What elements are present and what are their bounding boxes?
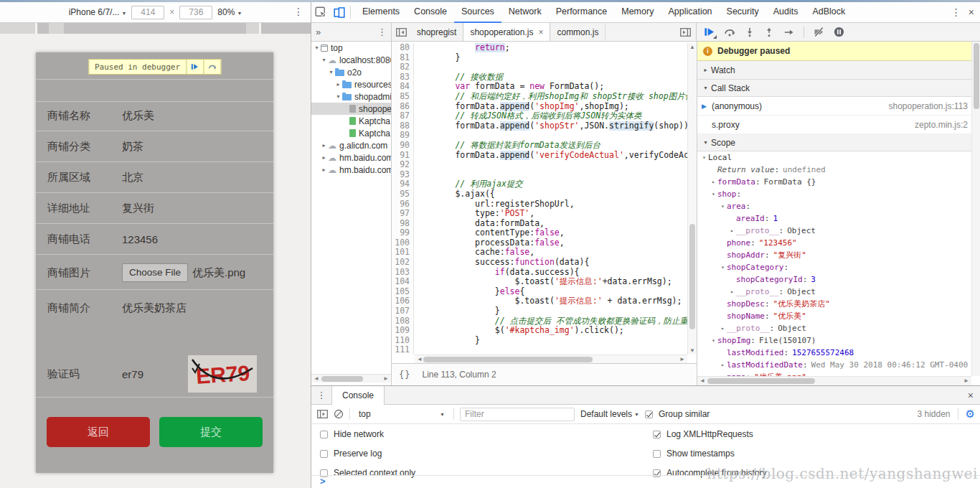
captcha-image[interactable]: ER79 [188,355,257,393]
collapsed-arrow-icon[interactable]: ▸ [719,362,727,368]
sidebar-horizontal-scrollbar[interactable]: ◄ ► [697,376,971,385]
resume-script-button[interactable] [186,60,203,74]
line-number[interactable]: 103 [392,268,414,278]
line-number[interactable]: 86 [392,102,414,112]
line-number[interactable]: 97 [392,209,414,219]
line-number[interactable]: 109 [392,326,414,336]
navigator-horizontal-scrollbar[interactable]: ◄ ► [311,374,391,383]
devtools-close-icon[interactable]: × [969,6,974,18]
console-settings-gear-icon[interactable]: ⚙ [966,408,975,421]
scope-row[interactable]: phone:"123456" [697,237,980,249]
step-icon[interactable] [783,27,794,37]
collapsed-arrow-icon[interactable]: ▸ [728,288,736,295]
code-area[interactable]: 80 return;81 }8283 // 接收数据84 var formDat… [392,43,687,355]
setting-checkbox[interactable] [320,450,328,458]
file-tab-shopregist[interactable]: shopregist [410,23,463,41]
tree-item[interactable]: shopoperation.js [311,103,391,115]
scroll-left-arrow[interactable]: ◄ [314,375,319,382]
scope-row[interactable]: ▸__proto__:Object [697,286,980,298]
tree-item[interactable]: ▾o2o [311,66,391,78]
scroll-left-arrow[interactable]: ◄ [699,377,705,384]
tab-network[interactable]: Network [501,2,549,23]
collapsed-arrow-icon[interactable]: ▸ [320,166,328,173]
line-number[interactable]: 94 [392,179,414,189]
collapsed-arrow-icon[interactable]: ▸ [710,179,717,185]
line-number[interactable]: 93 [392,170,414,180]
console-filter-input[interactable] [460,408,575,421]
scope-row[interactable]: ▸__proto__:Object [697,322,980,334]
scrollbar-thumb[interactable] [321,376,363,382]
clear-console-icon[interactable] [334,409,344,419]
line-number[interactable]: 102 [392,258,414,268]
tab-performance[interactable]: Performance [549,2,615,23]
tree-item[interactable]: Kaptcha.jpg [311,127,391,139]
collapsed-arrow-icon[interactable]: ▸ [320,142,328,149]
scope-row[interactable]: ▾shopCategory: [697,261,980,273]
collapsed-arrow-icon[interactable]: ▸ [320,154,328,161]
line-number[interactable]: 91 [392,151,414,161]
expanded-arrow-icon[interactable]: ▾ [710,337,717,344]
group-similar-checkbox-item[interactable]: Group similar [645,409,710,419]
viewport-height-input[interactable]: 736 [179,6,212,19]
collapsed-arrow-icon[interactable]: ▸ [719,325,727,332]
line-number[interactable]: 98 [392,219,414,229]
tab-elements[interactable]: Elements [355,2,407,23]
line-number[interactable]: 82 [392,62,414,72]
step-out-icon[interactable] [764,27,774,37]
console-setting-item[interactable]: Hide network [320,429,415,439]
scrollbar-thumb[interactable] [423,357,593,362]
expanded-arrow-icon[interactable]: ▾ [334,93,342,100]
device-select[interactable]: iPhone 6/7/...▼ [69,7,127,17]
line-number[interactable]: 111 [392,345,414,355]
console-tab[interactable]: Console [331,386,385,405]
sidebar-vertical-scrollbar[interactable] [971,42,980,376]
line-number[interactable]: 101 [392,248,414,258]
drawer-close-icon[interactable]: × [968,390,974,401]
line-number[interactable]: 92 [392,160,414,170]
collapsed-arrow-icon[interactable]: ▸ [334,81,342,88]
devtools-menu-icon[interactable]: ⋮ [951,6,961,18]
line-number[interactable]: 84 [392,82,414,92]
scope-row[interactable]: shopName:"优乐美" [697,310,980,322]
scrollbar-thumb[interactable] [974,43,979,109]
line-number[interactable]: 95 [392,189,414,200]
scope-row[interactable]: ▸formData:FormData {} [697,176,980,188]
console-sidebar-toggle-icon[interactable] [317,410,328,418]
scope-row[interactable]: lastModified:1527655572468 [697,347,980,359]
scope-section-header[interactable]: ▾ Scope [697,134,980,151]
line-number[interactable]: 85 [392,92,414,102]
line-number[interactable]: 100 [392,238,414,248]
group-similar-checkbox[interactable] [645,410,653,418]
tab-sources[interactable]: Sources [454,2,501,23]
tree-item[interactable]: ▸resources [311,78,391,90]
media-query-bar[interactable] [0,23,311,34]
show-debugger-sidebar-icon[interactable] [676,23,694,41]
line-number[interactable]: 104 [392,277,414,287]
setting-checkbox[interactable] [320,431,328,438]
expanded-arrow-icon[interactable]: ▾ [700,154,708,161]
line-number[interactable]: 89 [392,131,414,141]
line-number[interactable]: 110 [392,336,414,346]
watch-section-header[interactable]: ▸ Watch [697,61,980,80]
resume-script-icon[interactable] [704,27,715,37]
scroll-down-arrow[interactable]: ▼ [689,347,695,354]
scroll-up-arrow[interactable]: ▲ [689,44,695,50]
scroll-left-arrow[interactable]: ◄ [417,356,423,362]
submit-button[interactable]: 提交 [159,417,263,447]
expanded-arrow-icon[interactable]: ▾ [327,69,335,75]
inspect-element-icon[interactable] [311,4,330,21]
tree-item[interactable]: ▸☁g.alicdn.com [311,139,391,151]
expanded-arrow-icon[interactable]: ▾ [313,44,321,51]
scope-row[interactable]: ▾shop: [697,188,980,200]
line-number[interactable]: 107 [392,306,414,316]
scope-row[interactable]: shopDesc:"优乐美奶茶店" [697,298,980,310]
tab-adblock[interactable]: AdBlock [805,2,852,23]
setting-checkbox[interactable] [653,431,661,438]
zoom-select[interactable]: 80%▼ [217,7,242,17]
line-number[interactable]: 80 [392,43,414,53]
scrollbar-thumb[interactable] [689,224,695,330]
scope-row[interactable]: shopCategoryId:3 [697,273,980,286]
tab-console[interactable]: Console [407,2,454,23]
scope-row[interactable]: ▸__proto__:Object [697,225,980,237]
call-stack-frame[interactable]: s.proxyzepto.min.js:2 [697,116,980,134]
